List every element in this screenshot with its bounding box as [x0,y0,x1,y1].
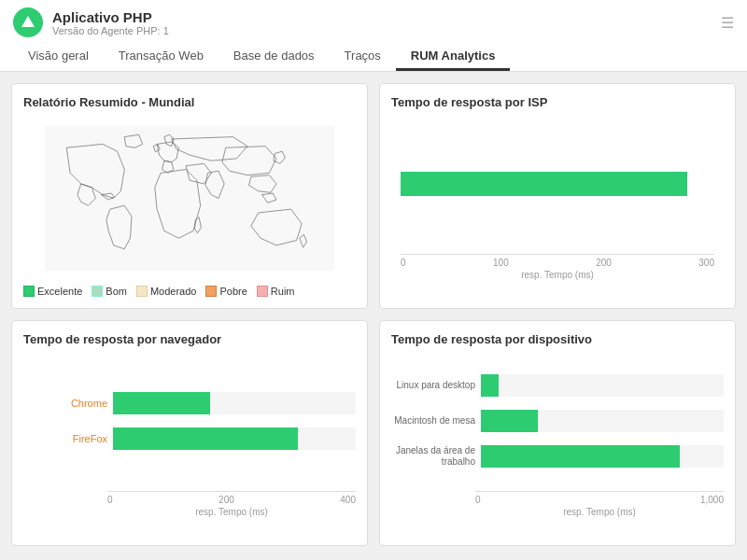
linux-track [481,374,724,397]
world-map-svg [23,126,356,271]
tab-tracos[interactable]: Traços [330,43,396,71]
isp-x-tick-1: 100 [493,258,509,268]
device-bar-row-windows: Janelas da área de trabalho [391,445,724,468]
legend-moderado-label: Moderado [150,286,197,297]
world-map-container [23,117,356,280]
world-map-card: Relatório Resumido - Mundial [11,83,368,309]
legend-excelente-label: Excelente [37,286,82,297]
chrome-track [113,392,356,414]
browser-x-tick-0: 0 [107,495,113,505]
isp-x-tick-3: 300 [698,258,714,268]
legend-excelente-box [23,286,35,297]
isp-x-label: resp. Tempo (ms) [401,270,714,280]
main-content: Relatório Resumido - Mundial [0,72,747,557]
legend-excelente: Excelente [23,286,82,297]
legend-ruim-label: Ruim [271,286,295,297]
legend-moderado: Moderado [136,286,197,297]
windows-label: Janelas da área de trabalho [391,445,475,468]
windows-track [481,445,724,468]
browser-chart: Chrome FireFox 0 200 400 [23,354,356,534]
app-title: Aplicativo PHP [52,9,169,25]
device-chart: Linux para desktop Macintosh de mesa Jan… [391,354,724,534]
legend-bom-box [92,286,103,297]
legend-ruim: Ruim [257,286,295,297]
isp-bars-area [391,117,724,250]
device-x-label: resp. Tempo (ms) [475,507,724,517]
chrome-label: Chrome [23,398,107,409]
svg-rect-1 [45,126,334,271]
browser-x-label: resp. Tempo (ms) [107,507,356,517]
world-map-legend: Excelente Bom Moderado Pobre Ruim [23,286,356,297]
mac-track [481,410,724,432]
tab-rum-analytics[interactable]: RUM Analytics [396,43,511,71]
legend-ruim-box [257,286,268,297]
firefox-track [113,427,356,450]
browser-bar-row-firefox: FireFox [23,427,356,450]
windows-fill [481,445,680,468]
isp-bar-fill [401,172,687,196]
device-bar-row-linux: Linux para desktop [391,374,724,397]
device-bar-row-mac: Macintosh de mesa [391,410,724,432]
tab-transacao-web[interactable]: Transação Web [104,43,218,71]
mac-fill [481,410,538,432]
header: Aplicativo PHP Versão do Agente PHP: 1 ☰… [0,0,747,72]
browser-x-tick-2: 400 [340,495,356,505]
isp-card: Tempo de resposta por ISP 0 100 200 300 … [379,83,736,309]
isp-bar-row [401,172,714,196]
linux-fill [481,374,499,397]
chrome-fill [113,392,210,414]
tab-visao-geral[interactable]: Visão geral [13,43,104,71]
legend-pobre-box [205,286,217,297]
isp-x-tick-0: 0 [401,258,406,268]
browser-bars-area: Chrome FireFox [23,354,356,487]
legend-pobre: Pobre [205,286,247,297]
world-map-title: Relatório Resumido - Mundial [23,95,356,109]
browser-x-tick-1: 200 [218,495,234,505]
device-x-tick-1: 1,000 [700,495,724,505]
mac-label: Macintosh de mesa [391,415,475,427]
device-title: Tempo de resposta por dispositivo [391,332,724,346]
legend-pobre-label: Pobre [219,286,247,297]
app-icon [13,7,43,37]
nav-tabs: Visão geral Transação Web Base de dados … [13,43,734,71]
browser-card: Tempo de resposta por navegador Chrome F… [11,320,368,546]
legend-moderado-box [136,286,148,297]
legend-bom: Bom [92,286,127,297]
isp-chart: 0 100 200 300 resp. Tempo (ms) [391,117,724,297]
device-x-tick-0: 0 [475,495,481,505]
tab-base-de-dados[interactable]: Base de dados [218,43,330,71]
hamburger-menu-icon[interactable]: ☰ [721,14,734,32]
svg-marker-0 [21,16,35,27]
browser-title: Tempo de resposta por navegador [23,332,356,346]
isp-title: Tempo de resposta por ISP [391,95,724,109]
browser-bar-row-chrome: Chrome [23,392,356,414]
legend-bom-label: Bom [106,286,127,297]
device-bars-area: Linux para desktop Macintosh de mesa Jan… [391,354,724,487]
linux-label: Linux para desktop [391,380,475,391]
isp-x-tick-2: 200 [596,258,612,268]
firefox-label: FireFox [23,433,107,444]
firefox-fill [113,427,298,450]
device-card: Tempo de resposta por dispositivo Linux … [379,320,736,546]
app-subtitle: Versão do Agente PHP: 1 [52,25,169,36]
